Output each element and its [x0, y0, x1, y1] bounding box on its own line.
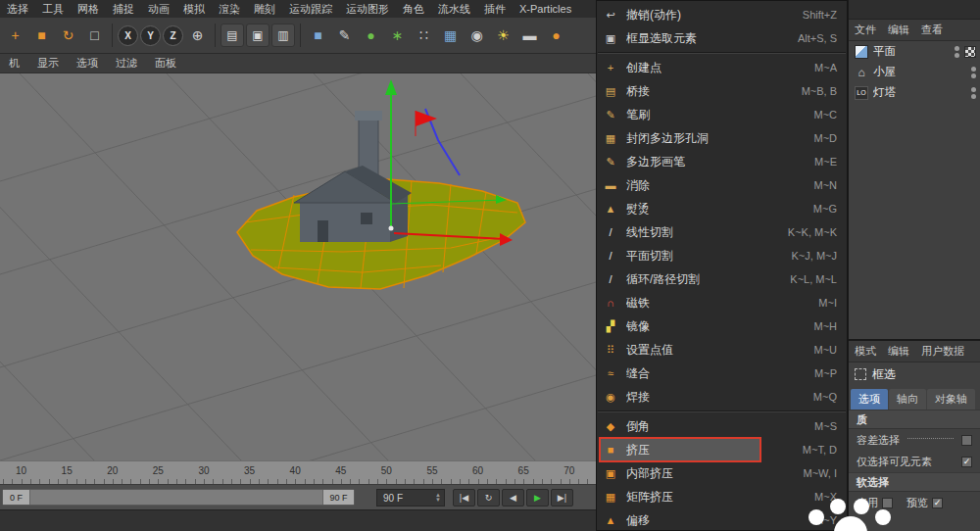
array-menu-button[interactable]: ∷ — [412, 23, 436, 49]
editor-visibility-dot[interactable] — [971, 87, 976, 92]
tab-轴向[interactable]: 轴向 — [889, 389, 926, 410]
attribute-checkbox[interactable] — [961, 435, 972, 446]
range-end-handle[interactable]: 90 F — [322, 490, 354, 505]
menubar-item[interactable]: 模拟 — [176, 2, 212, 17]
context-menu-item[interactable]: ▲熨烫M~G — [597, 197, 847, 220]
selection-tool-icon[interactable]: □ — [82, 23, 107, 49]
menubar-item[interactable]: 运动跟踪 — [282, 2, 339, 17]
attribute-checkbox[interactable]: ✓ — [961, 457, 972, 467]
context-menu-item[interactable]: ▣内部挤压M~W, I — [597, 461, 847, 485]
timeline-ruler[interactable]: 10152025303540455055606570 — [0, 460, 596, 484]
deformers-menu-button[interactable]: ▦ — [438, 23, 463, 49]
context-menu-item[interactable]: /线性切割K~K, M~K — [597, 220, 847, 244]
visibility-dots[interactable] — [971, 67, 976, 78]
render-visibility-dot[interactable] — [955, 53, 959, 58]
attribute-manager-menu-item[interactable]: 用户数据 — [915, 344, 970, 359]
context-menu-item[interactable]: ⠿设置点值M~U — [597, 338, 847, 362]
axis-y-lock-button[interactable]: Y — [140, 25, 161, 46]
attribute-checkbox[interactable] — [882, 498, 893, 508]
menubar-item[interactable]: X-Particles — [513, 3, 578, 15]
viewport-canvas[interactable] — [0, 73, 596, 460]
menubar-item[interactable]: 雕刻 — [247, 2, 282, 17]
context-menu-item[interactable]: ▬消除M~N — [597, 173, 847, 197]
goto-start-button[interactable]: |◀ — [453, 489, 475, 507]
context-menu-item[interactable]: ◉焊接M~Q — [597, 385, 847, 409]
viewport-menu-item[interactable]: 机 — [0, 56, 28, 71]
mograph-menu-button[interactable]: ∗ — [385, 23, 410, 49]
attribute-checkbox[interactable]: ✓ — [932, 498, 943, 508]
goto-end-button[interactable]: ▶| — [551, 489, 573, 507]
menubar-item[interactable]: 网格 — [71, 2, 106, 17]
frame-stepper[interactable]: ▲▼ — [435, 493, 444, 503]
texture-tag-icon[interactable] — [964, 46, 976, 58]
render-picture-viewer-button[interactable]: ▣ — [246, 24, 270, 47]
context-menu-item[interactable]: ▦封闭多边形孔洞M~D — [597, 126, 847, 150]
context-menu-item[interactable]: +创建点M~A — [597, 56, 847, 79]
menubar-item[interactable]: 工具 — [35, 2, 71, 17]
context-menu-item[interactable]: ▤桥接M~B, B — [597, 79, 847, 103]
render-settings-button[interactable]: ▥ — [271, 24, 295, 47]
object-manager-menu-item[interactable]: 查看 — [915, 23, 949, 37]
render-visibility-dot[interactable] — [971, 73, 976, 78]
coordinate-system-button[interactable]: ⊕ — [185, 23, 210, 49]
menubar-item[interactable]: 流水线 — [431, 2, 477, 17]
visibility-dots[interactable] — [955, 46, 959, 58]
context-menu-item[interactable]: ▦矩阵挤压M~X — [597, 485, 847, 508]
object-manager-menu-item[interactable]: 编辑 — [882, 23, 915, 37]
attribute-manager-menu-item[interactable]: 模式 — [849, 344, 882, 359]
floor-menu-button[interactable]: ▬ — [517, 23, 542, 49]
context-menu-item[interactable]: ≈缝合M~P — [597, 362, 847, 385]
menubar-item[interactable]: 动画 — [141, 2, 176, 17]
context-menu-item[interactable]: ▲偏移M~Y — [597, 508, 847, 531]
viewport[interactable] — [0, 73, 596, 460]
menubar-item[interactable]: 选择 — [0, 2, 35, 17]
add-tool-icon[interactable]: + — [3, 23, 27, 49]
lights-menu-button[interactable]: ☀ — [491, 23, 515, 49]
render-visibility-dot[interactable] — [971, 94, 976, 99]
spline-pen-menu-button[interactable]: ✎ — [332, 23, 357, 49]
timeline-range-slider[interactable]: 0 F 90 F — [2, 489, 355, 506]
context-menu-item[interactable]: /平面切割K~J, M~J — [597, 244, 847, 267]
menubar-item[interactable]: 角色 — [396, 2, 431, 17]
context-menu-item[interactable]: ▞镜像M~H — [597, 314, 847, 338]
context-menu-item[interactable]: ↩撤销(动作)Shift+Z — [597, 3, 847, 26]
previous-frame-button[interactable]: ◀ — [502, 489, 524, 507]
viewport-menu-item[interactable]: 显示 — [28, 56, 68, 71]
menubar-item[interactable]: 运动图形 — [339, 2, 396, 17]
render-view-button[interactable]: ▤ — [220, 24, 244, 47]
camera-menu-button[interactable]: ◉ — [465, 23, 489, 49]
viewport-menu-item[interactable]: 过滤 — [107, 56, 146, 71]
menubar-item[interactable]: 插件 — [477, 2, 513, 17]
object-manager-menu-item[interactable]: 文件 — [849, 23, 882, 37]
object-row[interactable]: 平面 — [849, 41, 980, 62]
menubar-item[interactable]: 捕捉 — [106, 2, 141, 17]
context-menu-item[interactable]: ✎多边形画笔M~E — [597, 150, 847, 173]
tab-选项[interactable]: 选项 — [851, 389, 888, 410]
attribute-manager-menu-item[interactable]: 编辑 — [882, 344, 915, 359]
viewport-menu-item[interactable]: 选项 — [68, 56, 107, 71]
object-row[interactable]: ⌂小屋 — [849, 62, 980, 82]
menubar-item[interactable]: 渲染 — [212, 2, 247, 17]
cube-tool-icon[interactable]: ■ — [29, 23, 54, 49]
play-button[interactable]: ▶ — [526, 489, 549, 507]
current-frame-field[interactable]: 90 F ▲▼ — [376, 489, 445, 507]
rotate-tool-icon[interactable]: ↻ — [56, 23, 80, 49]
context-menu-item[interactable]: ◆倒角M~S — [597, 414, 847, 438]
range-start-handle[interactable]: 0 F — [3, 490, 30, 505]
editor-visibility-dot[interactable] — [971, 67, 976, 72]
context-menu-item[interactable]: /循环/路径切割K~L, M~L — [597, 267, 847, 291]
viewport-menu-item[interactable]: 面板 — [146, 56, 185, 71]
generators-menu-button[interactable]: ● — [359, 23, 383, 49]
loop-playback-button[interactable]: ↻ — [477, 489, 500, 507]
object-row[interactable]: LO灯塔 — [849, 82, 980, 103]
context-menu-item[interactable]: ■挤压M~T, D — [597, 438, 847, 461]
context-menu-item[interactable]: ▣框显选取元素Alt+S, S — [597, 26, 847, 50]
house-model[interactable] — [294, 111, 412, 242]
context-menu-item[interactable]: ∩磁铁M~I — [597, 291, 847, 314]
editor-visibility-dot[interactable] — [955, 46, 959, 51]
context-menu-item[interactable]: ✎笔刷M~C — [597, 103, 847, 126]
visibility-dots[interactable] — [971, 87, 976, 99]
tab-对象轴[interactable]: 对象轴 — [927, 389, 975, 410]
material-sphere-icon[interactable]: ● — [544, 23, 568, 49]
axis-z-lock-button[interactable]: Z — [163, 25, 183, 46]
